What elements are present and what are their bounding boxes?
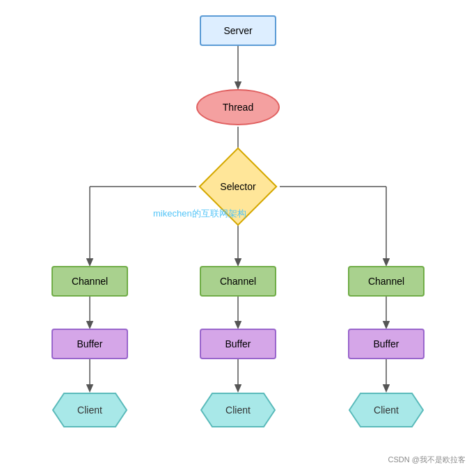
client-hex-left: Client: [51, 392, 128, 428]
channel-node-left: Channel: [51, 266, 128, 297]
channel-node-right: Channel: [348, 266, 425, 297]
buffer-node-right: Buffer: [348, 329, 425, 359]
channel-label-mid: Channel: [220, 276, 256, 287]
buffer-node-left: Buffer: [51, 329, 128, 359]
watermark: mikechen的互联网架构: [153, 207, 246, 220]
client-node-left: Client: [51, 392, 128, 428]
csdn-watermark: CSDN @我不是欧拉客: [388, 455, 466, 465]
diagram-container: Server Thread Selector mikechen的互联网架构 Ch…: [0, 0, 476, 472]
selector-node: Selector: [196, 159, 280, 214]
channel-node-mid: Channel: [200, 266, 276, 297]
client-label-right: Client: [374, 404, 399, 416]
selector-label: Selector: [196, 159, 280, 214]
channel-label-right: Channel: [368, 276, 404, 287]
client-hex-right: Client: [348, 392, 425, 428]
client-label-left: Client: [77, 404, 102, 416]
buffer-label-left: Buffer: [77, 338, 102, 349]
thread-node: Thread: [196, 89, 280, 125]
client-node-right: Client: [348, 392, 425, 428]
buffer-label-right: Buffer: [373, 338, 399, 349]
channel-label-left: Channel: [72, 276, 108, 287]
client-label-mid: Client: [225, 404, 251, 416]
client-hex-mid: Client: [200, 392, 276, 428]
server-node: Server: [200, 15, 276, 46]
buffer-label-mid: Buffer: [225, 338, 251, 349]
thread-label: Thread: [223, 102, 253, 113]
client-node-mid: Client: [200, 392, 276, 428]
buffer-node-mid: Buffer: [200, 329, 276, 359]
server-label: Server: [223, 25, 252, 36]
